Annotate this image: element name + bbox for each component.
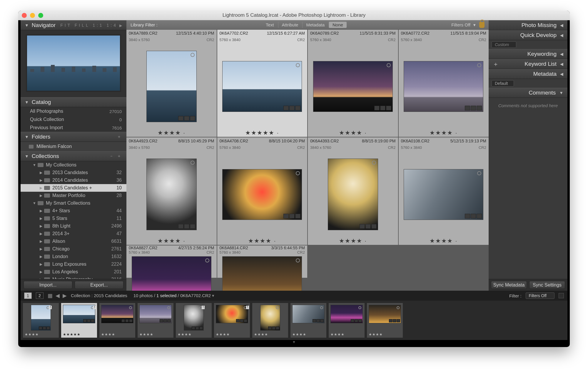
collection-item[interactable]: ▶Music Photography3116	[21, 276, 126, 279]
collection-item[interactable]: ▶4+ Stars44	[21, 207, 126, 215]
thumbnail[interactable]	[369, 305, 401, 331]
filter-tab-attribute[interactable]: Attribute	[278, 22, 302, 28]
folders-header[interactable]: ▼ Folders ＋	[21, 132, 126, 142]
grid-cell[interactable]: 0K6A7702.CR212/15/15 6:27:27 AM5760 x 38…	[217, 30, 308, 137]
flag-icon[interactable]	[191, 53, 195, 57]
filmstrip-collapse-icon[interactable]: ▼	[21, 340, 567, 345]
keyword-list-header[interactable]: ＋Keyword List◀	[489, 59, 567, 69]
metadata-dropdown[interactable]: Default	[492, 80, 514, 87]
filmstrip-cell[interactable]: !★★★★	[23, 303, 59, 338]
collection-item[interactable]: ▶2013 Candidates32	[21, 169, 126, 176]
filmstrip-cell[interactable]: !★★★★★	[61, 303, 97, 338]
rating-stars[interactable]: ★★★★	[252, 332, 288, 338]
metadata-header[interactable]: Metadata◀	[489, 69, 567, 79]
rating-stars[interactable]: ★★★★ ·	[308, 237, 398, 245]
rating-stars[interactable]: ★★★★ ·	[217, 237, 308, 245]
rating-stars[interactable]: ★★★★ ·	[308, 129, 398, 137]
chevron-icon[interactable]: ▸	[119, 22, 122, 29]
grid-cell[interactable]: 0K6A7889.CR212/15/15 4:40:10 PM3840 x 57…	[126, 30, 217, 137]
collection-item[interactable]: ▶2014 Candidates36	[21, 176, 126, 184]
thumbnail[interactable]: !	[178, 305, 210, 331]
rating-stars[interactable]: ★★★★	[99, 332, 135, 338]
main-window-button[interactable]: 1	[24, 292, 32, 299]
chevron-down-icon[interactable]: ▾	[473, 22, 476, 28]
grid-cell[interactable]: 0K6A0789.CR211/5/15 8:31:33 PM5760 x 384…	[308, 30, 398, 137]
flag-icon[interactable]	[358, 306, 361, 309]
filter-lock-icon[interactable]	[479, 22, 485, 28]
filmstrip-cell[interactable]: ★★★★	[138, 303, 173, 338]
rating-stars[interactable]: ★★★★	[138, 332, 173, 338]
rating-stars[interactable]: ★★★★	[367, 332, 403, 338]
rating-stars[interactable]: ★★★★ ·	[399, 237, 489, 245]
filmstrip-cell[interactable]: !★★★★	[214, 303, 250, 338]
thumbnail[interactable]: !	[25, 305, 57, 331]
disclosure-icon[interactable]: ▼	[32, 201, 36, 205]
disclosure-icon[interactable]: ▶	[39, 171, 43, 175]
flag-icon[interactable]	[205, 258, 209, 262]
grid-cell[interactable]: 0K6A0772.CR211/5/15 8:19:04 PM5760 x 384…	[399, 30, 489, 137]
filter-toggle-icon[interactable]	[559, 293, 564, 298]
thumbnail[interactable]: !	[146, 51, 197, 122]
filmstrip[interactable]: !★★★★!★★★★★★★★★★★★★!★★★★!★★★★★★★★★★★★★★★…	[21, 301, 567, 340]
disclosure-icon[interactable]: ▶	[39, 178, 43, 182]
import-button[interactable]: Import...	[24, 281, 72, 289]
flag-icon[interactable]	[477, 63, 481, 67]
grid-cell[interactable]: 0K6A6814.CR23/3/15 6:44:55 PM5760 x 3840…	[217, 245, 308, 278]
flag-icon[interactable]	[296, 63, 300, 67]
thumbnail[interactable]	[254, 305, 286, 331]
collection-item[interactable]: ▶London1632	[21, 253, 126, 260]
grid-cell[interactable]: 0K6A4923.CR28/8/15 10:45:29 PM3840 x 576…	[126, 137, 217, 245]
collection-item[interactable]: ▶8th Light2496	[21, 222, 126, 230]
thumbnail[interactable]: !	[63, 305, 95, 331]
filmstrip-cell[interactable]: ★★★★	[329, 303, 365, 338]
thumbnail[interactable]	[292, 305, 325, 331]
filmstrip-cell[interactable]: !★★★★	[176, 303, 212, 338]
navigator-preview[interactable]	[26, 34, 121, 92]
flag-icon[interactable]	[167, 306, 170, 309]
sync-metadata-button[interactable]: Sync Metadata	[491, 281, 527, 289]
thumbnail[interactable]	[330, 305, 363, 331]
filmstrip-cell[interactable]: ★★★★	[99, 303, 135, 338]
filters-off-menu[interactable]: Filters Off	[451, 22, 470, 27]
flag-icon[interactable]	[397, 306, 400, 309]
collection-item[interactable]: ▶Los Angeles201	[21, 268, 126, 276]
rating-stars[interactable]: ★★★★★	[61, 332, 97, 338]
titlebar[interactable]: Lightroom 5 Catalog.lrcat - Adobe Photos…	[18, 11, 570, 20]
add-folder-icon[interactable]: ＋	[117, 134, 122, 139]
add-keyword-icon[interactable]: ＋	[493, 60, 499, 68]
disclosure-icon[interactable]: ▶	[39, 209, 43, 213]
filmstrip-cell[interactable]: ★★★★	[290, 303, 326, 338]
rating-stars[interactable]: ★★★★★ ·	[217, 129, 308, 137]
rating-stars[interactable]: ★★★★ ·	[126, 237, 217, 245]
second-window-button[interactable]: 2	[36, 292, 44, 299]
collection-item[interactable]: ▼My Collections	[21, 161, 126, 169]
export-button[interactable]: Export...	[75, 281, 123, 289]
thumbnail[interactable]	[222, 256, 302, 291]
thumbnail[interactable]	[328, 159, 378, 230]
rating-stars[interactable]: ★★★★	[23, 332, 59, 338]
filter-tab-text[interactable]: Text	[262, 22, 278, 28]
flag-icon[interactable]	[320, 306, 323, 309]
collection-item[interactable]: ▶Chicago2761	[21, 245, 126, 253]
flag-icon[interactable]	[387, 63, 391, 67]
collection-item[interactable]: ▶Master Portfolio28	[21, 192, 126, 199]
disclosure-icon[interactable]: ▶	[39, 255, 43, 259]
catalog-row[interactable]: Quick Collection0	[21, 115, 126, 124]
keywording-header[interactable]: Keywording◀	[489, 49, 567, 59]
rating-stars[interactable]: ★★★★	[214, 332, 250, 338]
thumbnail[interactable]: !	[216, 305, 248, 331]
sync-settings-button[interactable]: Sync Settings	[529, 281, 565, 289]
rating-stars[interactable]: ★★★★ ·	[126, 129, 217, 137]
photo-missing-header[interactable]: Photo Missing◀	[489, 20, 567, 30]
disclosure-icon[interactable]: ▶	[39, 247, 43, 251]
thumbnail[interactable]: !	[146, 159, 197, 230]
quick-develop-header[interactable]: Quick Develop◀	[489, 30, 567, 40]
flag-icon[interactable]	[372, 161, 376, 165]
thumbnail[interactable]	[139, 305, 172, 331]
rating-stars[interactable]: ★★★★	[176, 332, 212, 338]
catalog-row[interactable]: All Photographs27010	[21, 107, 126, 115]
flag-icon[interactable]	[477, 171, 481, 175]
grid-cell[interactable]: 0K6A0108.CR25/12/15 3:19:13 PM5760 x 384…	[399, 137, 489, 245]
rating-stars[interactable]: ★★★★ ·	[399, 129, 489, 137]
filter-tab-none[interactable]: None	[329, 22, 347, 28]
